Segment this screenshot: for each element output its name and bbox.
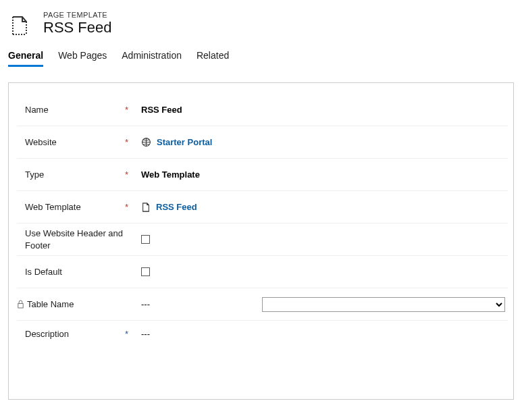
tab-general-content: Name * RSS Feed Website * Starter Portal…	[8, 82, 514, 400]
form-header: PAGE TEMPLATE RSS Feed	[0, 0, 522, 50]
label-is-default: Is Default	[17, 267, 125, 277]
field-is-default: Is Default	[17, 256, 508, 288]
field-table-name: Table Name ---	[17, 288, 508, 321]
table-name-dropdown[interactable]	[262, 297, 505, 312]
header-text: PAGE TEMPLATE RSS Feed	[43, 11, 112, 36]
label-name: Name	[17, 105, 125, 115]
page-template-icon	[8, 14, 32, 38]
label-website: Website	[17, 137, 125, 147]
web-template-lookup-link[interactable]: RSS Feed	[156, 202, 197, 212]
field-use-header-footer: Use Website Header and Footer	[17, 224, 508, 256]
svg-rect-1	[18, 304, 23, 308]
field-website: Website * Starter Portal	[17, 126, 508, 159]
value-name[interactable]: RSS Feed	[136, 105, 508, 115]
checkbox-use-header-footer[interactable]	[141, 235, 150, 244]
recommended-indicator: *	[125, 329, 128, 339]
tab-strip: General Web Pages Administration Related	[0, 50, 522, 68]
entity-label: PAGE TEMPLATE	[43, 11, 112, 19]
page-title: RSS Feed	[43, 19, 112, 36]
label-web-template: Web Template	[17, 202, 125, 212]
document-icon	[141, 203, 151, 212]
value-type[interactable]: Web Template	[136, 169, 508, 180]
required-indicator: *	[125, 137, 128, 147]
field-type: Type * Web Template	[17, 159, 508, 191]
checkbox-is-default[interactable]	[141, 267, 150, 276]
lock-icon	[17, 300, 25, 309]
tab-web-pages[interactable]: Web Pages	[58, 50, 107, 67]
label-table-name: Table Name	[25, 299, 125, 309]
label-description: Description	[17, 329, 125, 339]
required-indicator: *	[125, 105, 128, 115]
tab-related[interactable]: Related	[197, 50, 229, 67]
globe-icon	[141, 137, 151, 147]
field-web-template: Web Template * RSS Feed	[17, 191, 508, 224]
website-lookup-link[interactable]: Starter Portal	[157, 137, 212, 147]
field-name: Name * RSS Feed	[17, 94, 508, 126]
tab-administration[interactable]: Administration	[122, 50, 182, 67]
required-indicator: *	[125, 202, 128, 212]
label-type: Type	[17, 169, 125, 180]
value-table-name: ---	[141, 299, 150, 309]
value-description[interactable]: ---	[136, 329, 508, 339]
label-use-header-footer: Use Website Header and Footer	[17, 228, 125, 251]
field-description: Description * ---	[17, 321, 508, 359]
required-indicator: *	[125, 169, 128, 180]
tab-general[interactable]: General	[8, 50, 43, 67]
